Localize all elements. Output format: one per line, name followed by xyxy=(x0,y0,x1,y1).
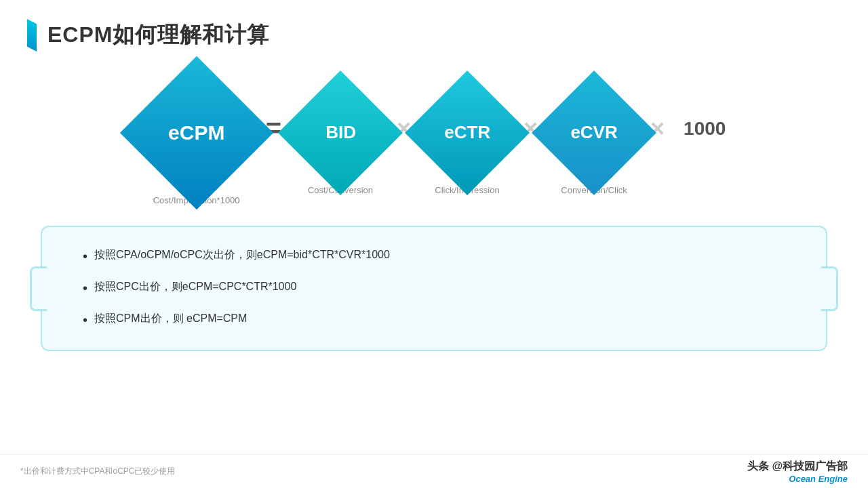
bid-diamond: BID xyxy=(278,70,403,195)
ecpm-label: eCPM xyxy=(168,121,224,145)
formula-area: eCPM Cost/Impression*1000 = BID Cost/Con… xyxy=(0,79,868,205)
bullet-dot-3: • xyxy=(83,309,87,331)
bid-label: BID xyxy=(326,122,356,143)
header-icon xyxy=(27,19,37,52)
bullet-dot-1: • xyxy=(83,245,87,267)
list-item: • 按照CPC出价，则eCPM=CPC*CTR*1000 xyxy=(83,278,792,299)
footer-toutiao: 头条 @科技园广告部 xyxy=(747,460,848,474)
ectr-wrapper: eCTR Click/Impression xyxy=(423,89,511,195)
bullet-text-2: 按照CPC出价，则eCPM=CPC*CTR*1000 xyxy=(94,278,296,296)
times1-operator: × xyxy=(397,115,411,170)
bid-wrapper: BID Cost/Conversion xyxy=(296,89,384,195)
ecpm-diamond: eCPM xyxy=(119,56,273,209)
footer-brand: 头条 @科技园广告部 Ocean Engine xyxy=(747,460,848,484)
page-title: ECPM如何理解和计算 xyxy=(47,20,269,50)
list-item: • 按照CPA/oCPM/oCPC次出价，则eCPM=bid*CTR*CVR*1… xyxy=(83,246,792,267)
footer-ocean: Ocean Engine xyxy=(789,474,848,484)
times2-operator: × xyxy=(524,115,538,170)
ecvr-diamond: eCVR xyxy=(532,70,656,195)
times3-operator: × xyxy=(650,115,665,170)
multiplier-label: 1000 xyxy=(684,118,726,167)
ectr-label: eCTR xyxy=(444,122,490,143)
ecvr-wrapper: eCVR Conversion/Click xyxy=(550,89,638,195)
ectr-diamond: eCTR xyxy=(405,70,530,195)
bullet-text-3: 按照CPM出价，则 eCPM=CPM xyxy=(94,310,247,327)
ecpm-wrapper: eCPM Cost/Impression*1000 xyxy=(142,79,251,205)
bullet-dot-2: • xyxy=(83,277,87,299)
bullet-text-1: 按照CPA/oCPM/oCPC次出价，则eCPM=bid*CTR*CVR*100… xyxy=(94,246,390,264)
list-item: • 按照CPM出价，则 eCPM=CPM xyxy=(83,310,792,331)
page-footer: *出价和计费方式中CPA和oCPC已较少使用 头条 @科技园广告部 Ocean … xyxy=(0,454,868,488)
equals-operator: = xyxy=(266,113,281,171)
info-box: • 按照CPA/oCPM/oCPC次出价，则eCPM=bid*CTR*CVR*1… xyxy=(41,226,827,351)
ecvr-label: eCVR xyxy=(570,122,617,143)
page-header: ECPM如何理解和计算 xyxy=(0,0,868,58)
footer-note: *出价和计费方式中CPA和oCPC已较少使用 xyxy=(20,466,175,477)
